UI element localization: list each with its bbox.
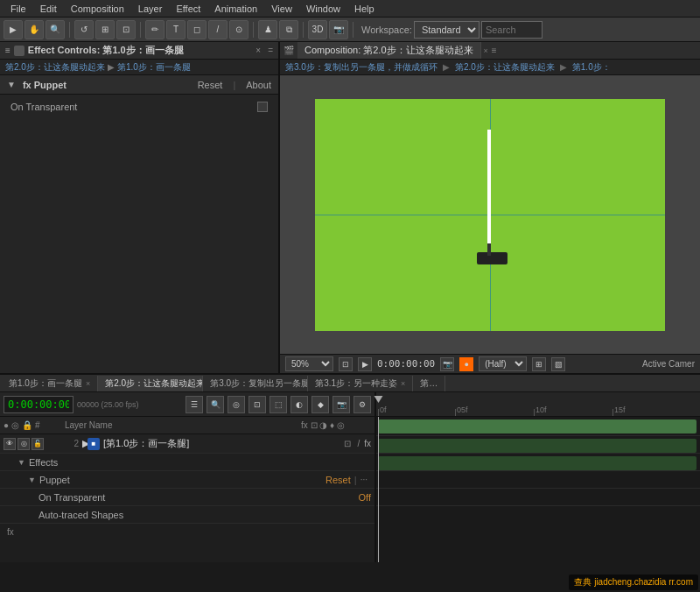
auto-traced-label: Auto-traced Shapes [38, 510, 123, 520]
grid-icon[interactable]: ⊞ [532, 357, 546, 371]
color-icon[interactable]: ● [459, 357, 473, 371]
tab3-label: 第3.0步：复制出另一条腿，并做成循环 [210, 377, 308, 390]
layer-visibility-icon[interactable]: 👁 [4, 438, 16, 450]
search-input[interactable] [481, 21, 542, 39]
preview-icon[interactable]: ▶ [358, 357, 372, 371]
puppet-label: Puppet [39, 475, 70, 485]
sep4 [303, 22, 304, 38]
timeline-tab-4[interactable]: 第3.1步：另一种走姿 × [308, 376, 413, 391]
search-layers-btn[interactable]: 🔍 [206, 396, 224, 413]
effect-row-header: ▼ fx Puppet Reset | About [0, 75, 278, 95]
comp-nav-item2[interactable]: 第2.0步：让这条腿动起来 [455, 61, 555, 74]
menu-effect[interactable]: Effect [169, 2, 207, 16]
timeline-tab-1[interactable]: 第1.0步：画一条腿 × [2, 376, 98, 391]
brush-tool[interactable]: / [208, 20, 228, 39]
solo-btn[interactable]: ☰ [186, 396, 203, 413]
region-icon[interactable]: ▧ [551, 357, 565, 371]
col-header-eye: ● [4, 420, 9, 430]
zoom-tool[interactable]: 🔍 [46, 20, 65, 39]
timeline-tracks: 0f 05f 10f 15f [376, 392, 700, 562]
3d-tool[interactable]: 3D [308, 20, 327, 39]
tool3[interactable]: ⊡ [116, 20, 136, 39]
menu-file[interactable]: File [4, 2, 33, 16]
puppet-reset-link[interactable]: Reset [326, 475, 351, 485]
panel-menu-icon[interactable]: ≡ [5, 46, 10, 55]
sep5 [353, 22, 354, 38]
comp-tab-menu[interactable]: ≡ [492, 46, 497, 55]
layer-edit-btn[interactable]: fx [364, 439, 371, 448]
tab1-close[interactable]: × [86, 379, 90, 388]
layer-fx-group: ⊡ / fx [342, 439, 371, 448]
comp-tab-main[interactable]: Composition: 第2.0步：让这条腿动起来 [298, 42, 481, 59]
on-transparent-checkbox[interactable] [257, 102, 268, 112]
layer-lock-icon[interactable]: 🔓 [32, 438, 44, 450]
camera-icon[interactable]: 📷 [440, 357, 454, 371]
text-tool[interactable]: T [166, 20, 186, 39]
menu-view[interactable]: View [264, 2, 299, 16]
rotate-tool[interactable]: ↺ [74, 20, 94, 39]
hand-tool[interactable]: ✋ [24, 20, 44, 39]
draft-btn[interactable]: ◐ [290, 396, 308, 413]
motion-blur-btn[interactable]: ◎ [228, 396, 245, 413]
fit-icon[interactable]: ⊡ [339, 357, 353, 371]
menu-help[interactable]: Help [347, 2, 382, 16]
puppet-expand-icon[interactable]: ▼ [7, 80, 16, 89]
comp-tab-bar: 🎬 Composition: 第2.0步：让这条腿动起来 × ≡ [280, 42, 700, 60]
effect-controls-close-btn[interactable]: × [256, 46, 261, 55]
breadcrumb-sep: ▶ [108, 62, 115, 72]
layer-switch-btn2[interactable]: / [355, 439, 361, 448]
col-header-name: Layer Name [65, 420, 301, 430]
timeline-tab-5[interactable]: 第… [413, 376, 445, 391]
panel-icon [14, 46, 24, 56]
on-transparent-sub-row: On Transparent Off [0, 489, 374, 506]
puppet-reset-btn[interactable]: Reset [198, 80, 223, 90]
marker-btn[interactable]: ◆ [312, 396, 329, 413]
render-btn[interactable]: ⚙ [354, 396, 371, 413]
timeline-main: 00000 (25.00 fps) ☰ 🔍 ◎ ⊡ ⬚ ◐ ◆ 📷 ⚙ ● ◎ … [0, 392, 700, 562]
shape-tool[interactable]: ◻ [187, 20, 206, 39]
select-tool[interactable]: ▶ [4, 20, 23, 39]
main-area: ≡ Effect Controls: 第1.0步：画一条腿 × = 第2.0步：… [0, 42, 700, 375]
menu-edit[interactable]: Edit [33, 2, 64, 16]
comp-viewport [280, 75, 700, 354]
on-transparent-label: On Transparent [10, 102, 257, 112]
breadcrumb-link1[interactable]: 第2.0步：让这条腿动起来 [5, 61, 105, 74]
puppet-triangle[interactable]: ▼ [28, 476, 36, 484]
comp-tab-close[interactable]: × [484, 46, 488, 55]
effect-controls-menu-btn[interactable]: = [268, 46, 273, 55]
timecode-input[interactable] [4, 396, 74, 413]
comp-nav-item3[interactable]: 第1.0步： [572, 61, 611, 74]
effect-controls-header: ≡ Effect Controls: 第1.0步：画一条腿 × = [0, 42, 278, 60]
effects-group-row: ▼ Effects [0, 454, 374, 471]
puppet-more[interactable]: ··· [360, 475, 368, 484]
menu-animation[interactable]: Animation [207, 2, 264, 16]
fx-bottom-label: fx [0, 524, 374, 540]
puppet-about-btn[interactable]: About [246, 80, 271, 90]
layer-fx-switch-btn[interactable]: ⊡ [342, 439, 353, 448]
quality-select[interactable]: (Half) [479, 356, 527, 371]
on-transparent-value[interactable]: Off [359, 492, 371, 503]
timeline-tab-2[interactable]: 第2.0步：让这条腿动起来 × [98, 376, 203, 391]
frame-blend-btn[interactable]: ⊡ [248, 396, 266, 413]
tool2[interactable]: ⊞ [95, 20, 115, 39]
camera-btn[interactable]: 📷 [332, 396, 350, 413]
puppet-tool[interactable]: ♟ [258, 20, 277, 39]
tab4-close[interactable]: × [401, 379, 405, 388]
comp-nav-item1[interactable]: 第3.0步：复制出另一条腿，并做成循环 [285, 61, 438, 74]
layer-name-text[interactable]: [第1.0步：画一条腿] [103, 437, 342, 450]
cam-tool[interactable]: 📷 [329, 20, 348, 39]
menu-layer[interactable]: Layer [131, 2, 170, 16]
clone-tool[interactable]: ⊙ [229, 20, 248, 39]
zoom-select[interactable]: 50% [285, 356, 333, 371]
menu-window[interactable]: Window [299, 2, 347, 16]
workspace-select[interactable]: Standard [414, 21, 480, 39]
breadcrumb-link2[interactable]: 第1.0步：画一条腿 [117, 61, 191, 74]
pen-tool[interactable]: ✏ [145, 20, 164, 39]
roto-tool[interactable]: ⧉ [279, 20, 298, 39]
menu-composition[interactable]: Composition [64, 2, 131, 16]
camera-label: Active Camer [642, 359, 695, 369]
live-update-btn[interactable]: ⬚ [270, 396, 287, 413]
effects-triangle[interactable]: ▼ [18, 458, 25, 467]
timeline-tab-3[interactable]: 第3.0步：复制出另一条腿，并做成循环 × [203, 376, 308, 391]
layer-solo-icon[interactable]: ◎ [18, 438, 30, 450]
